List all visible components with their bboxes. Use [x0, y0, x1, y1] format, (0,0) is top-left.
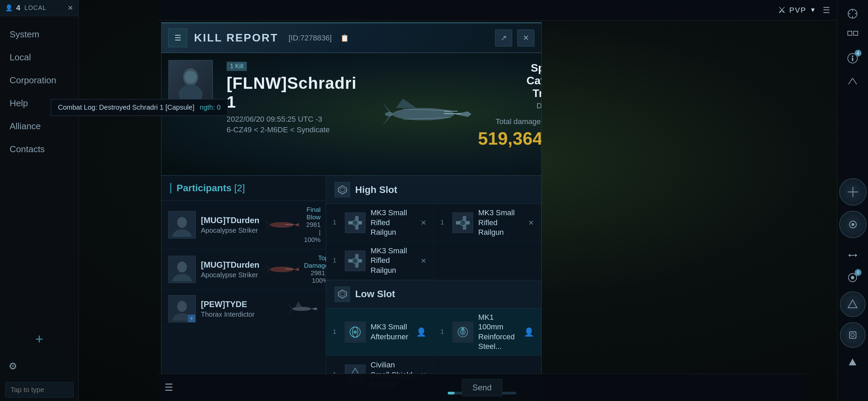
swords-icon: ⚔	[778, 5, 786, 15]
svg-marker-36	[296, 301, 302, 307]
high-module-close-1[interactable]: ✕	[528, 219, 534, 227]
sidebar-header: 👤 4 LOCAL ✕	[0, 0, 79, 16]
high-slot-modules: 1 MK3 Small Rifled Railgun ✕	[326, 204, 541, 280]
svg-rect-74	[852, 58, 853, 61]
module-num-1: 1	[441, 219, 447, 226]
info-icon-btn[interactable]: 4	[843, 48, 863, 69]
circle-btn-3[interactable]	[840, 291, 866, 317]
kill-location: 6-CZ49 < 2-M6DE < Syndicate	[227, 125, 357, 134]
fleet-icon-btn[interactable]	[843, 70, 863, 91]
high-slot-icon	[335, 182, 350, 197]
participant-info-1: [MUG]TDurden Apocalypse Striker	[201, 260, 260, 279]
low-module-name-1: MK1 100mm Reinforced Steel...	[478, 313, 519, 352]
low-module-num-0: 1	[333, 328, 340, 336]
pvp-toggle[interactable]: ⚔ PVP ▼	[778, 5, 816, 15]
dot-icon-btn[interactable]: 0	[843, 267, 863, 288]
low-slot-header: Low Slot	[326, 280, 541, 308]
sidebar-item-system[interactable]: System	[0, 23, 79, 46]
speed-bar-fill	[448, 392, 455, 394]
high-module-icon-0	[345, 212, 365, 233]
kill-report-id: [ID:7278836]	[289, 34, 332, 42]
participant-corp-0: Apocalypse Striker	[201, 227, 260, 234]
sidebar: 👤 4 LOCAL ✕ System Local Combat Log: Des…	[0, 0, 79, 401]
svg-point-22	[177, 262, 187, 272]
arrows-icon-btn[interactable]	[843, 245, 863, 266]
bottom-menu-icon[interactable]: ☰	[165, 382, 173, 393]
ship-class: Special Catalyst Trainer	[494, 62, 541, 100]
avatar-image	[169, 61, 212, 104]
isk-value: 519,364	[478, 128, 541, 149]
participants-title: Participants	[177, 183, 231, 194]
person-icon: 👤	[5, 4, 13, 12]
high-module-close-2[interactable]: ✕	[421, 257, 426, 265]
svg-marker-34	[287, 302, 292, 309]
low-module-1[interactable]: 1 MK1 100mm Reinforced Stee	[434, 308, 541, 356]
svg-marker-37	[338, 186, 347, 194]
chevron-down-icon: ▼	[810, 7, 816, 14]
scan-icon-btn[interactable]	[843, 26, 863, 46]
svg-point-30	[177, 301, 187, 312]
low-module-icon-0	[345, 322, 365, 342]
participant-name-1: [MUG]TDurden	[201, 260, 260, 270]
high-module-name-1: MK3 Small Rifled Railgun	[478, 208, 523, 238]
kill-date: 2022/06/20 09:55:25 UTC -3	[227, 115, 357, 124]
low-module-0[interactable]: 1 MK3 Small Afterburner 👤	[326, 308, 434, 356]
participant-name-2: [PEW]TYDE	[201, 300, 279, 309]
high-module-icon-2	[345, 251, 365, 271]
participant-item-2[interactable]: + [PEW]TYDE Thorax Interdictor	[161, 290, 326, 328]
hamburger-icon: ☰	[174, 34, 181, 42]
circle-btn-4[interactable]	[840, 322, 866, 348]
svg-rect-72	[854, 31, 858, 35]
low-slot-title: Low Slot	[355, 289, 395, 300]
low-module-person-1: 👤	[524, 327, 534, 337]
menu-button[interactable]: ☰	[168, 28, 187, 47]
participant-item-0[interactable]: [MUG]TDurden Apocalypse Striker	[161, 201, 326, 249]
kill-report-title: KILL REPORT	[194, 32, 278, 44]
chat-input[interactable]	[5, 382, 73, 398]
svg-marker-27	[265, 269, 270, 276]
combat-log-tooltip: Combat Log: Destroyed Schradri 1 [Capsul…	[51, 99, 228, 116]
close-report-button[interactable]: ✕	[517, 29, 534, 47]
add-channel-button[interactable]: +	[0, 325, 79, 354]
svg-point-86	[851, 276, 854, 279]
final-blow-tag: Final Blow	[304, 206, 321, 221]
participant-item-1[interactable]: [MUG]TDurden Apocalypse Striker	[161, 249, 326, 290]
svg-rect-88	[849, 332, 856, 338]
settings-button[interactable]: ⚙	[0, 354, 79, 379]
copy-icon[interactable]: 📋	[340, 34, 349, 42]
participant-ship-0	[265, 216, 299, 234]
high-module-close-0[interactable]: ✕	[421, 219, 426, 227]
sidebar-item-local[interactable]: Local Combat Log: Destroyed Schradri 1 […	[0, 46, 79, 69]
filter-icon[interactable]: ☰	[823, 5, 830, 15]
local-count: 4	[16, 3, 21, 12]
sidebar-item-contacts[interactable]: Contacts	[0, 138, 79, 161]
target-icon-btn[interactable]	[843, 3, 863, 24]
kill-stats: Special Catalyst Trainer Destroyer Total…	[483, 53, 541, 175]
participant-info-2: [PEW]TYDE Thorax Interdictor	[201, 300, 279, 318]
sidebar-label-local: Local	[10, 52, 31, 63]
export-button[interactable]: ↗	[495, 29, 512, 47]
kill-content: Participants [2] [MUG]TDurden Apoc	[161, 176, 541, 401]
circle-btn-1[interactable]	[839, 178, 867, 206]
sidebar-item-corporation[interactable]: Corporation	[0, 69, 79, 92]
svg-point-50	[352, 258, 358, 264]
sidebar-label-system: System	[10, 29, 39, 40]
modules-panel: High Slot 1	[326, 176, 541, 401]
low-slot-icon	[335, 287, 350, 302]
svg-marker-18	[265, 219, 270, 225]
sidebar-label-alliance: Alliance	[10, 121, 41, 132]
high-module-1[interactable]: 1 MK3 Small Rifled Railgun ✕	[434, 204, 541, 242]
high-module-0[interactable]: 1 MK3 Small Rifled Railgun ✕	[326, 204, 434, 242]
sidebar-close-button[interactable]: ✕	[68, 4, 73, 12]
victim-avatar	[168, 60, 213, 105]
low-module-icon-1	[453, 322, 473, 342]
svg-rect-20	[285, 224, 294, 225]
circle-btn-2[interactable]	[839, 211, 867, 238]
send-button[interactable]: Send	[462, 379, 502, 396]
up-arrow-icon-btn[interactable]	[843, 351, 863, 372]
dot-badge: 0	[855, 269, 861, 276]
sidebar-item-alliance[interactable]: Alliance	[0, 115, 79, 138]
right-panel: 4 0	[837, 0, 868, 401]
high-module-2[interactable]: 1 MK3 Small Rifled Railgun ✕	[326, 242, 434, 280]
gear-icon: ⚙	[9, 361, 17, 372]
